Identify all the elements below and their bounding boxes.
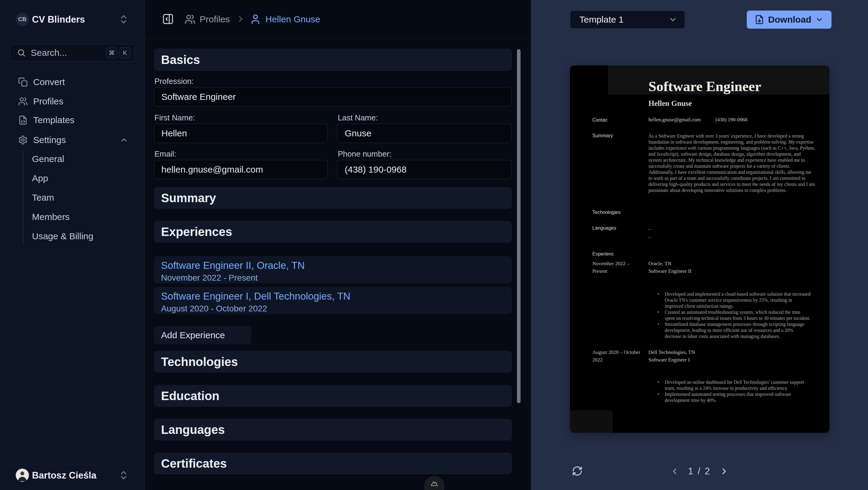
search-input[interactable] [31, 48, 104, 58]
settings-icon [18, 135, 28, 145]
sidebar-subitem-label: Members [32, 212, 70, 222]
section-title: Certificates [161, 457, 227, 470]
kbd-command: ⌘ [106, 48, 117, 59]
sidebar-item-usage-billing[interactable]: Usage & Billing [0, 226, 145, 246]
page-next-button[interactable] [719, 466, 729, 476]
workspace-avatar: CB [16, 13, 29, 26]
first-name-label: First Name: [154, 113, 195, 123]
resume-job-bullets: Developed an online dashboard for Dell T… [657, 379, 811, 403]
email-label: Email: [154, 149, 176, 159]
sidebar-item-app[interactable]: App [0, 169, 145, 188]
add-experience-button[interactable]: Add Experience [154, 326, 251, 344]
user-switcher-icon[interactable] [118, 470, 129, 481]
sidebar: CB CV Blinders ⌘ K Convert Profiles [0, 0, 145, 490]
section-header-languages[interactable]: Languages [154, 419, 512, 440]
template-select[interactable]: Template 1 [570, 10, 685, 29]
download-label: Download [768, 14, 811, 25]
last-name-label: Last Name: [338, 113, 378, 123]
sidebar-item-settings[interactable]: Settings [0, 130, 145, 150]
sidebar-item-label: Profiles [33, 96, 63, 106]
section-header-summary[interactable]: Summary [154, 187, 512, 209]
section-title: Experiences [161, 225, 232, 239]
phone-field[interactable] [337, 160, 512, 179]
devtools-icon [430, 479, 439, 490]
editor-header: Profiles Hellen Gnuse [145, 0, 531, 38]
sidebar-item-label: Convert [33, 77, 65, 87]
breadcrumb-profiles[interactable]: Profiles [185, 0, 230, 38]
resume-phone: (438) 190-0968 [715, 117, 747, 123]
resume-job-role: Software Engineer II [648, 267, 691, 275]
resume-experience-label: Experienc [592, 251, 614, 257]
sidebar-footer-divider [0, 464, 145, 464]
resume-job-company: Dell Technologies, TN [648, 348, 695, 356]
section-title: Education [161, 389, 219, 403]
section-header-education[interactable]: Education [154, 385, 512, 407]
last-name-field[interactable] [337, 124, 512, 143]
sidebar-item-members[interactable]: Members [0, 207, 145, 226]
resume-languages-label: Languages [592, 225, 616, 231]
sidebar-subitem-label: App [32, 173, 48, 183]
user-name: Bartosz Cieśla [32, 470, 96, 481]
resume-job-heading: Dell Technologies, TN Software Engineer … [648, 348, 695, 364]
section-title: Summary [161, 191, 216, 205]
sidebar-subitem-label: General [32, 154, 64, 164]
section-title: Languages [161, 423, 225, 437]
breadcrumb-current-label: Hellen Gnuse [266, 14, 320, 25]
search-box[interactable]: ⌘ K [10, 44, 134, 62]
editor-panel: Profiles Hellen Gnuse Basics Profession:… [145, 0, 531, 490]
kbd-k: K [119, 48, 131, 59]
experience-item-oracle[interactable]: Software Engineer II, Oracle, TN Novembe… [154, 256, 512, 283]
workspace-name: CV Blinders [32, 14, 85, 25]
section-header-technologies[interactable]: Technologies [154, 351, 512, 373]
preview-pagination: 1 / 2 [531, 465, 868, 478]
resume-email: hellen.gnuse@gmail.com [648, 117, 701, 123]
sidebar-item-general[interactable]: General [0, 149, 145, 169]
experience-dates: November 2022 - Present [161, 273, 512, 283]
sidebar-item-team[interactable]: Team [0, 188, 145, 207]
sidebar-item-templates[interactable]: Templates [0, 111, 145, 130]
resume-name: Hellen Gnuse [648, 99, 692, 108]
convert-icon [18, 77, 28, 87]
resume-job-dates: November 2022 – Present [592, 260, 641, 275]
resume-languages-lines: – – [648, 225, 651, 241]
resume-preview: Software Engineer Hellen Gnuse Contac he… [570, 65, 829, 433]
breadcrumb-current[interactable]: Hellen Gnuse [250, 0, 320, 38]
first-name-field[interactable] [154, 124, 328, 143]
email-field[interactable] [154, 160, 328, 179]
search-icon [17, 48, 26, 57]
sidebar-item-label: Settings [33, 135, 66, 145]
resume-summary-label: Summary [592, 133, 613, 139]
sidebar-item-convert[interactable]: Convert [0, 72, 145, 92]
chevron-right-icon [236, 14, 246, 24]
workspace-switcher-icon[interactable] [118, 14, 129, 25]
resume-job-bullets: Developed and implemented a cloud-based … [657, 291, 811, 339]
resume-job-heading: Oracle, TN Software Engineer II [648, 260, 691, 275]
user-avatar [16, 468, 29, 482]
experience-item-dell[interactable]: Software Engineer I, Dell Technologies, … [154, 287, 512, 314]
resume-job-role: Software Engineer I [648, 356, 695, 364]
chevron-up-icon [119, 135, 128, 145]
devtools-toggle-button[interactable] [425, 476, 444, 490]
resume-footer-block [570, 410, 613, 433]
download-button[interactable]: Download [747, 10, 832, 29]
section-header-basics[interactable]: Basics [154, 49, 512, 71]
download-icon [754, 15, 764, 25]
profiles-icon [18, 97, 28, 106]
sidebar-subitem-label: Team [32, 192, 54, 203]
page-prev-button[interactable] [670, 466, 680, 476]
section-title: Technologies [161, 355, 238, 369]
templates-icon [18, 115, 28, 125]
collapse-sidebar-icon[interactable] [162, 13, 174, 25]
profession-field[interactable] [154, 87, 512, 106]
workspace-initials: CB [18, 16, 26, 23]
sidebar-item-profiles[interactable]: Profiles [0, 92, 145, 111]
section-header-certificates[interactable]: Certificates [154, 453, 512, 474]
download-chevron-down-icon [815, 16, 824, 24]
resume-summary-text: As a Software Engineer with over 3 years… [648, 133, 815, 193]
resume-contact-label: Contac [592, 117, 608, 123]
resume-technologies-label: Technologies [592, 210, 620, 215]
app-window: CB CV Blinders ⌘ K Convert Profiles [0, 0, 868, 490]
editor-scrollbar-thumb[interactable] [517, 49, 521, 403]
resume-title: Software Engineer [648, 78, 761, 94]
section-header-experiences[interactable]: Experiences [154, 221, 512, 243]
